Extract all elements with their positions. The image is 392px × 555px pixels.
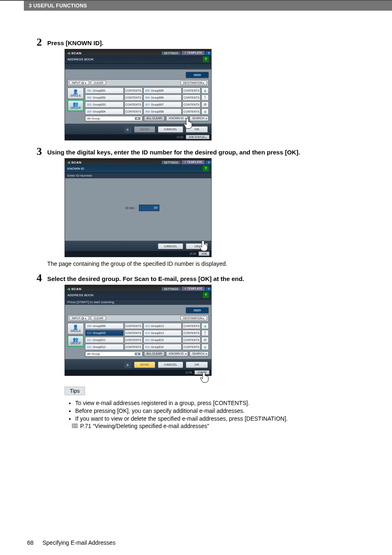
diamond-icon: ◈	[124, 126, 131, 133]
tab-template[interactable]: ✦ TEMPLATE	[182, 287, 205, 291]
contents-button[interactable]: CONTENTS	[125, 330, 143, 336]
group-item[interactable]: 013Group013	[143, 323, 182, 329]
tab-single[interactable]: 👤SINGLE	[67, 323, 84, 334]
clear-button[interactable]: CLEAR	[91, 316, 106, 320]
tab-help[interactable]: ?	[205, 161, 211, 164]
contents-button[interactable]: CONTENTS	[125, 94, 143, 101]
contents-button[interactable]: CONTENTS	[125, 323, 143, 329]
contents-button[interactable]: CONTENTS	[182, 101, 201, 108]
help-icon[interactable]: ?	[203, 166, 209, 171]
known-id-button[interactable]: KNOWN ID	[166, 351, 188, 357]
group-item[interactable]: 004Group004	[85, 108, 124, 115]
id-entry-area: ID NO. 10	[65, 178, 211, 241]
tab-settings[interactable]: SETTINGS	[161, 51, 181, 55]
tips-list: To view e-mail addresses registered in a…	[68, 399, 392, 423]
tip-item: To view e-mail addresses registered in a…	[75, 399, 392, 407]
contents-button[interactable]: CONTENTS	[125, 337, 143, 343]
group-item[interactable]: 007Group007	[143, 101, 182, 108]
tab-help[interactable]: ?	[205, 51, 211, 55]
tip-item: If you want to view or delete the specif…	[75, 415, 392, 423]
help-icon[interactable]: ?	[203, 292, 209, 298]
section-title: 3 USEFUL FUNCTIONS	[24, 1, 392, 11]
step-title: Using the digital keys, enter the ID num…	[47, 149, 392, 156]
group-item-selected[interactable]: 010Group010	[85, 330, 124, 336]
mfp-panel-addressbook-1: ◀SCAN SETTINGS ✦ TEMPLATE ? ADDRESS BOOK…	[65, 49, 212, 140]
group-item[interactable]: 015Group015	[143, 337, 182, 343]
step-title: Select the desired group. For Scan to E-…	[47, 275, 392, 282]
input-at-button[interactable]: INPUT @ ▸	[69, 316, 89, 320]
step-title: Press [KNOWN ID].	[47, 39, 392, 46]
group-filter-dropdown[interactable]: All Group▼	[85, 116, 143, 121]
input-at-button[interactable]: INPUT @ ▸	[69, 81, 89, 85]
all-clear-button[interactable]: ALL CLEAR	[144, 116, 165, 121]
group-item[interactable]: 005Group005	[143, 88, 182, 94]
group-item[interactable]: 002Group002	[85, 94, 124, 101]
cancel-button[interactable]: CANCEL	[158, 126, 183, 133]
cancel-button[interactable]: CANCEL	[158, 243, 183, 249]
group-item[interactable]: 011Group011	[85, 337, 124, 343]
tab-template[interactable]: ✦ TEMPLATE	[182, 160, 205, 164]
page-footer-title: Specifying E-mail Addresses	[42, 539, 115, 546]
step-3: 3 Using the digital keys, enter the ID n…	[47, 149, 392, 267]
scroll-up-icon[interactable]: ∧	[201, 323, 209, 329]
contents-button[interactable]: CONTENTS	[125, 88, 143, 94]
tab-template[interactable]: ✦ TEMPLATE	[182, 51, 205, 55]
pointer-hand-icon	[199, 240, 210, 251]
group-filter-dropdown[interactable]: All Group▼	[85, 351, 143, 357]
step-number: 4	[37, 272, 42, 284]
page-indicator: 1╱	[201, 94, 209, 101]
destination-button[interactable]: DESTINATION ▸	[180, 81, 207, 85]
job-status-button[interactable]: JOB STATUS ▸	[186, 135, 210, 139]
tab-group[interactable]: 👥GROUP	[67, 100, 84, 111]
clear-button[interactable]: CLEAR	[91, 81, 106, 85]
send-button[interactable]: SEND	[134, 126, 155, 133]
mfp-panel-known-id: ◀SCAN SETTINGS ✦ TEMPLATE ? KNOWN ID ? E…	[65, 158, 212, 257]
step-2: 2 Press [KNOWN ID]. ◀SCAN SETTINGS ✦ TEM…	[47, 39, 392, 140]
scroll-down-icon[interactable]: ∨	[201, 344, 209, 350]
ok-button[interactable]: OK	[186, 362, 208, 368]
contents-button[interactable]: CONTENTS	[125, 108, 143, 115]
contents-button[interactable]: CONTENTS	[182, 323, 201, 329]
send-button[interactable]: SEND	[134, 362, 155, 368]
group-item[interactable]: 009Group009	[85, 323, 124, 329]
group-item[interactable]: 016Group016	[143, 344, 182, 350]
destination-button[interactable]: DESTINATION ▸	[180, 316, 207, 320]
panel-title: SCAN	[71, 51, 82, 55]
group-grid: 👤SINGLE 👥GROUP 001Group001 CONTENTS 005G…	[67, 88, 209, 115]
mfp-panel-addressbook-2: ◀SCAN SETTINGS ✦ TEMPLATE ? ADDRESS BOOK…	[65, 285, 212, 376]
tab-single[interactable]: 👤SINGLE	[67, 88, 84, 99]
tips-label: Tips	[65, 387, 85, 395]
scroll-down-icon[interactable]: ∨	[201, 108, 209, 115]
group-item[interactable]: 001Group001	[85, 88, 124, 94]
group-item[interactable]: 014Group014	[143, 330, 182, 336]
search-button[interactable]: SEARCH	[189, 351, 209, 357]
tab-group[interactable]: 👥GROUP	[67, 335, 84, 347]
group-item[interactable]: 012Group012	[85, 344, 124, 350]
timestamp: 11:32	[177, 136, 183, 138]
tab-settings[interactable]: SETTINGS	[161, 161, 181, 164]
job-status-button[interactable]: JOB	[198, 251, 210, 256]
tab-help[interactable]: ?	[205, 287, 211, 291]
tab-settings[interactable]: SETTINGS	[161, 287, 181, 291]
contents-button[interactable]: CONTENTS	[182, 344, 201, 350]
contents-button[interactable]: CONTENTS	[182, 337, 201, 343]
toolbar: INPUT @ ▸ CLEAR DESTINATION ▸	[67, 315, 209, 322]
cancel-button[interactable]: CANCEL	[158, 362, 183, 368]
timestamp: 10:36	[189, 252, 196, 255]
page-indicator: 25	[201, 337, 209, 343]
contents-button[interactable]: CONTENTS	[182, 88, 201, 94]
id-no-field[interactable]: 10	[139, 205, 159, 211]
contents-button[interactable]: CONTENTS	[125, 344, 143, 350]
contents-button[interactable]: CONTENTS	[182, 108, 201, 115]
group-item[interactable]: 006Group006	[143, 94, 182, 101]
toolbar: INPUT @ ▸ CLEAR DESTINATION ▸	[67, 79, 209, 86]
help-icon[interactable]: ?	[203, 56, 209, 62]
scroll-up-icon[interactable]: ∧	[201, 88, 209, 94]
panel-title: SCAN	[71, 161, 82, 164]
contents-button[interactable]: CONTENTS	[182, 330, 201, 336]
contents-button[interactable]: CONTENTS	[125, 101, 143, 108]
group-item[interactable]: 003Group003	[85, 101, 124, 108]
group-item[interactable]: 008Group008	[143, 108, 182, 115]
all-clear-button[interactable]: ALL CLEAR	[144, 351, 165, 357]
contents-button[interactable]: CONTENTS	[182, 94, 201, 101]
